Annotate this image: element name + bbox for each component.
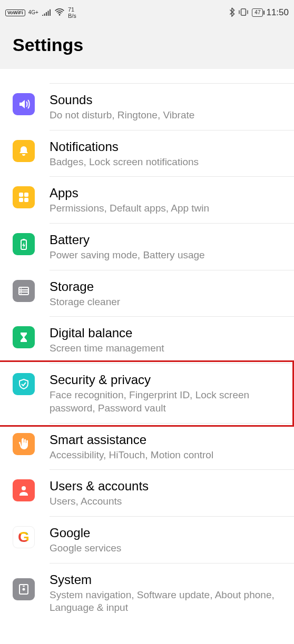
row-sounds[interactable]: Sounds Do not disturb, Ringtone, Vibrate bbox=[0, 84, 294, 130]
row-subtitle: Do not disturb, Ringtone, Vibrate bbox=[50, 109, 285, 122]
svg-point-12 bbox=[22, 486, 26, 490]
google-icon: G bbox=[13, 526, 35, 548]
svg-rect-1 bbox=[241, 8, 246, 15]
status-bar: VoWiFi 4G+ 71 B/s 47 11:50 bbox=[0, 0, 294, 25]
user-icon bbox=[13, 479, 35, 501]
row-title: Storage bbox=[50, 279, 285, 295]
row-title: Apps bbox=[50, 185, 285, 201]
row-subtitle: Face recognition, Fingerprint ID, Lock s… bbox=[50, 389, 285, 415]
shield-icon bbox=[13, 373, 35, 395]
row-title: Users & accounts bbox=[50, 478, 285, 494]
page-header: Settings bbox=[0, 25, 294, 69]
signal-icon bbox=[42, 8, 51, 17]
row-system[interactable]: System System navigation, Software updat… bbox=[0, 564, 294, 623]
vibrate-icon bbox=[238, 8, 249, 18]
apps-icon bbox=[13, 186, 35, 208]
hand-icon bbox=[13, 433, 35, 455]
svg-rect-5 bbox=[24, 198, 28, 202]
hourglass-icon bbox=[13, 326, 35, 348]
svg-point-10 bbox=[21, 290, 22, 291]
row-battery[interactable]: Battery Power saving mode, Battery usage bbox=[0, 224, 294, 270]
battery-icon bbox=[13, 233, 35, 255]
row-title: Notifications bbox=[50, 139, 285, 155]
vowifi-badge: VoWiFi bbox=[5, 9, 25, 16]
row-google[interactable]: G Google Google services bbox=[0, 517, 294, 564]
row-title: Smart assistance bbox=[50, 432, 285, 448]
row-subtitle: Users, Accounts bbox=[50, 495, 285, 508]
svg-rect-15 bbox=[23, 586, 25, 587]
prev-item-peek bbox=[50, 69, 294, 84]
storage-icon bbox=[13, 280, 35, 302]
row-title: Battery bbox=[50, 232, 285, 248]
page-title: Settings bbox=[13, 35, 281, 55]
row-notifications[interactable]: Notifications Badges, Lock screen notifi… bbox=[0, 130, 294, 177]
row-title: Google bbox=[50, 525, 285, 541]
row-security-privacy[interactable]: Security & privacy Face recognition, Fin… bbox=[0, 364, 294, 423]
row-subtitle: Storage cleaner bbox=[50, 296, 285, 309]
row-title: Digital balance bbox=[50, 325, 285, 341]
data-rate: 71 B/s bbox=[68, 6, 76, 19]
wifi-icon bbox=[54, 8, 65, 18]
row-subtitle: Accessibility, HiTouch, Motion control bbox=[50, 449, 285, 462]
row-apps[interactable]: Apps Permissions, Default apps, App twin bbox=[0, 177, 294, 224]
svg-rect-2 bbox=[19, 193, 23, 197]
row-subtitle: Badges, Lock screen notifications bbox=[50, 156, 285, 169]
sounds-icon bbox=[13, 93, 35, 115]
svg-rect-7 bbox=[23, 239, 25, 240]
row-subtitle: Permissions, Default apps, App twin bbox=[50, 202, 285, 215]
row-title: Sounds bbox=[50, 92, 285, 108]
network-type: 4G+ bbox=[28, 10, 38, 15]
bluetooth-icon bbox=[229, 7, 235, 18]
row-title: System bbox=[50, 572, 285, 588]
row-digital-balance[interactable]: Digital balance Screen time management bbox=[0, 317, 294, 364]
svg-rect-8 bbox=[19, 287, 28, 295]
svg-point-9 bbox=[21, 288, 22, 289]
svg-point-14 bbox=[23, 588, 25, 590]
status-right: 47 11:50 bbox=[229, 7, 289, 18]
svg-rect-3 bbox=[24, 193, 28, 197]
settings-list[interactable]: Sounds Do not disturb, Ringtone, Vibrate… bbox=[0, 69, 294, 623]
row-smart-assistance[interactable]: Smart assistance Accessibility, HiTouch,… bbox=[0, 424, 294, 470]
row-storage[interactable]: Storage Storage cleaner bbox=[0, 270, 294, 317]
row-title: Security & privacy bbox=[50, 372, 285, 388]
row-subtitle: Screen time management bbox=[50, 342, 285, 355]
row-subtitle: Google services bbox=[50, 542, 285, 555]
battery-indicator: 47 bbox=[252, 8, 263, 17]
svg-rect-4 bbox=[19, 198, 23, 202]
svg-point-0 bbox=[58, 14, 60, 15]
system-icon bbox=[13, 578, 35, 600]
row-subtitle: Power saving mode, Battery usage bbox=[50, 249, 285, 262]
row-subtitle: System navigation, Software update, Abou… bbox=[50, 589, 285, 615]
row-users-accounts[interactable]: Users & accounts Users, Accounts bbox=[0, 470, 294, 517]
svg-point-11 bbox=[21, 293, 22, 294]
status-left: VoWiFi 4G+ 71 B/s bbox=[5, 6, 76, 19]
clock: 11:50 bbox=[266, 7, 289, 18]
bell-icon bbox=[13, 140, 35, 162]
